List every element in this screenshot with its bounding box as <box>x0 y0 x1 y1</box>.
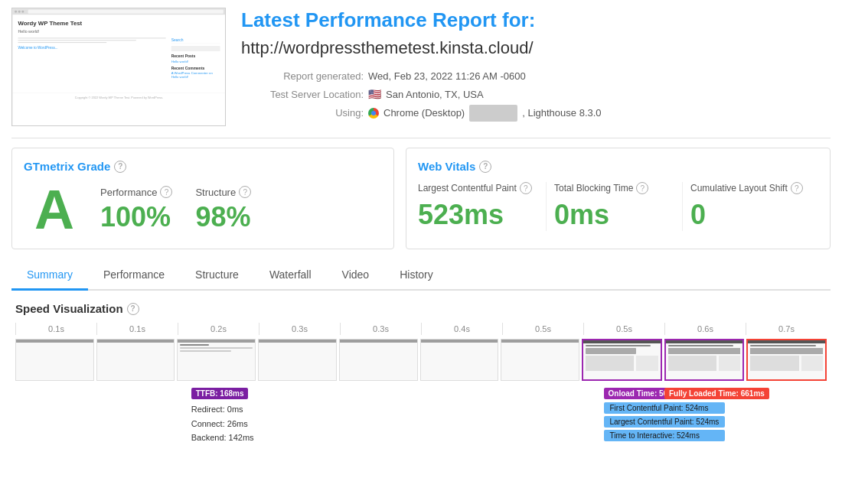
filmstrip-frame-8 <box>582 339 662 381</box>
web-vitals-label: Web Vitals <box>418 160 475 173</box>
filmstrip-row <box>15 339 827 381</box>
structure-help-icon[interactable]: ? <box>239 186 251 198</box>
speed-viz-title: Speed Visualization ? <box>15 302 827 315</box>
cls-help-icon[interactable]: ? <box>791 182 803 194</box>
grades-section: GTmetrix Grade ? A Performance ? 100% <box>11 148 831 249</box>
web-vitals-box: Web Vitals ? Largest Contentful Paint ? … <box>406 148 831 249</box>
using-label: Using: <box>241 104 364 122</box>
generated-label: Report generated: <box>241 67 364 85</box>
tick-3: 0.3s <box>259 323 340 335</box>
gtmetrix-grade-box: GTmetrix Grade ? A Performance ? 100% <box>11 148 394 249</box>
tabs-list: Summary Performance Structure Waterfall … <box>11 261 831 289</box>
web-vitals-title: Web Vitals ? <box>418 160 818 173</box>
filmstrip-frame-9 <box>664 339 745 381</box>
tab-performance[interactable]: Performance <box>88 261 180 291</box>
grade-metrics: Performance ? 100% Structure ? 98% <box>100 186 251 233</box>
timeline-wrapper: 0.1s 0.1s 0.2s 0.3s 0.3s 0.4s 0.5s 0.5s … <box>15 323 827 448</box>
vitals-content: Largest Contentful Paint ? 523ms Total B… <box>418 182 818 231</box>
web-vitals-help-icon[interactable]: ? <box>479 161 491 173</box>
structure-label: Structure ? <box>195 186 251 198</box>
report-url: http://wordpressthemetest.kinsta.cloud/ <box>241 38 831 58</box>
grade-letter: A <box>24 182 85 237</box>
filmstrip-frame-2 <box>96 339 175 381</box>
cls-item: Cumulative Layout Shift ? 0 <box>683 182 818 231</box>
tick-9: 0.7s <box>746 323 827 335</box>
tick-2: 0.2s <box>178 323 259 335</box>
filmstrip-frame-10 <box>746 339 827 381</box>
tab-history[interactable]: History <box>384 261 449 291</box>
flag-icon: 🇺🇸 <box>368 85 381 104</box>
server-location-value: San Antonio, TX, USA <box>386 86 484 103</box>
generated-value: Wed, Feb 23, 2022 11:26 AM -0600 <box>368 67 526 85</box>
filmstrip-frame-3 <box>177 339 256 381</box>
tick-0: 0.1s <box>15 323 96 335</box>
tbt-value: 0ms <box>554 199 674 231</box>
tick-7: 0.5s <box>583 323 664 335</box>
paint-badges-container: First Contentful Paint: 524ms Largest Co… <box>604 402 726 441</box>
tick-8: 0.6s <box>664 323 746 335</box>
grade-content: A Performance ? 100% Structure ? <box>24 182 382 237</box>
speed-viz-help-icon[interactable]: ? <box>127 303 139 315</box>
blurred-version: xxxxxxxxxx <box>469 105 517 122</box>
tab-structure[interactable]: Structure <box>180 261 254 291</box>
tbt-help-icon[interactable]: ? <box>636 182 648 194</box>
filmstrip-frame-6 <box>420 339 499 381</box>
lcp-filmstrip-badge: Largest Contentful Paint: 524ms <box>604 416 726 428</box>
ttfb-badge-container: TTFB: 168ms Redirect: 0ms Connect: 26ms … <box>191 387 254 445</box>
lcp-label: Largest Contentful Paint ? <box>418 182 538 194</box>
filmstrip-frame-1 <box>15 339 94 381</box>
cls-value: 0 <box>690 199 811 231</box>
using-suffix: , Lighthouse 8.3.0 <box>522 104 601 122</box>
structure-metric: Structure ? 98% <box>195 186 251 233</box>
filmstrip-frame-5 <box>339 339 418 381</box>
performance-label: Performance ? <box>100 186 172 198</box>
tab-waterfall[interactable]: Waterfall <box>254 261 327 291</box>
speed-visualization-section: Speed Visualization ? 0.1s 0.1s 0.2s 0.3… <box>11 302 831 448</box>
filmstrip-frame-4 <box>258 339 337 381</box>
tti-badge: Time to Interactive: 524ms <box>604 430 726 441</box>
structure-value: 98% <box>195 201 251 233</box>
timeline-scale: 0.1s 0.1s 0.2s 0.3s 0.3s 0.4s 0.5s 0.5s … <box>15 323 827 335</box>
tick-1: 0.1s <box>96 323 178 335</box>
report-meta: Report generated: Wed, Feb 23, 2022 11:2… <box>241 67 831 122</box>
fully-loaded-badge-container: Fully Loaded Time: 661ms <box>664 387 769 399</box>
tab-summary[interactable]: Summary <box>11 261 88 291</box>
server-location-label: Test Server Location: <box>241 86 364 103</box>
filmstrip-frame-7 <box>501 339 579 381</box>
fcp-badge: First Contentful Paint: 524ms <box>604 402 726 414</box>
site-screenshot: Wordy WP Theme Test Hello world! Welcome… <box>11 8 226 126</box>
ttfb-badge: TTFB: 168ms <box>191 388 249 399</box>
report-title-part1: Latest Performance Report for: <box>241 8 831 34</box>
tick-6: 0.5s <box>502 323 583 335</box>
ttfb-annotation: TTFB: 168ms Redirect: 0ms Connect: 26ms … <box>15 387 827 448</box>
gtmetrix-grade-help-icon[interactable]: ? <box>114 161 126 173</box>
performance-metric: Performance ? 100% <box>100 186 172 233</box>
tbt-item: Total Blocking Time ? 0ms <box>547 182 683 231</box>
using-value: Chrome (Desktop) <box>383 104 465 122</box>
tick-4: 0.3s <box>340 323 421 335</box>
chrome-icon <box>368 108 379 119</box>
tick-5: 0.4s <box>421 323 502 335</box>
tab-video[interactable]: Video <box>327 261 385 291</box>
report-info: Latest Performance Report for: http://wo… <box>241 8 831 122</box>
fully-loaded-badge: Fully Loaded Time: 661ms <box>664 388 769 399</box>
lcp-help-icon[interactable]: ? <box>520 182 532 194</box>
cls-label: Cumulative Layout Shift ? <box>690 182 811 194</box>
gtmetrix-grade-label: GTmetrix Grade <box>24 160 110 173</box>
ttfb-details: Redirect: 0ms Connect: 26ms Backend: 142… <box>191 402 254 445</box>
performance-help-icon[interactable]: ? <box>160 186 172 198</box>
performance-value: 100% <box>100 201 172 233</box>
gtmetrix-grade-title: GTmetrix Grade ? <box>24 160 382 173</box>
tabs-section: Summary Performance Structure Waterfall … <box>11 261 831 291</box>
lcp-value: 523ms <box>418 199 538 231</box>
lcp-item: Largest Contentful Paint ? 523ms <box>418 182 547 231</box>
tbt-label: Total Blocking Time ? <box>554 182 674 194</box>
